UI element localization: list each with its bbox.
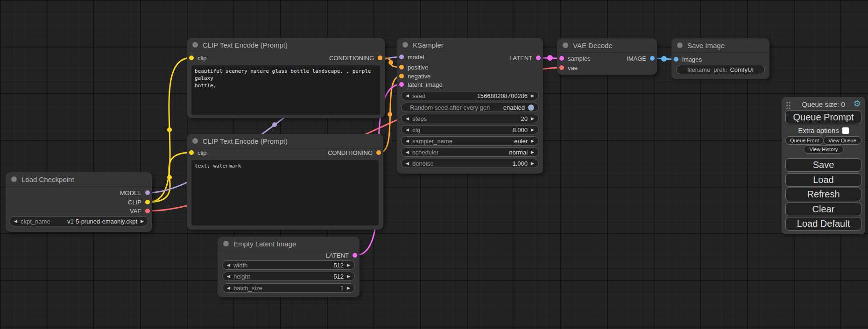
node-ksampler[interactable]: KSampler model positive negative latent_… — [397, 38, 543, 174]
seed-widget[interactable]: ◀ seed 156680208700286 ▶ — [401, 91, 539, 100]
increment-arrow-icon[interactable]: ▶ — [531, 139, 534, 143]
latent-port[interactable] — [559, 56, 564, 61]
output-latent[interactable]: LATENT — [509, 55, 541, 61]
decrement-arrow-icon[interactable]: ◀ — [406, 139, 409, 143]
collapse-dot[interactable] — [223, 241, 229, 246]
model-port[interactable] — [145, 190, 150, 195]
output-vae[interactable]: VAE — [130, 208, 150, 214]
decrement-arrow-icon[interactable]: ◀ — [14, 219, 17, 224]
input-clip[interactable]: clip — [189, 55, 207, 61]
node-title-bar[interactable]: Load Checkpoint — [6, 172, 152, 187]
height-widget[interactable]: ◀ height 512 ▶ — [222, 272, 355, 281]
increment-arrow-icon[interactable]: ▶ — [141, 219, 144, 224]
decrement-arrow-icon[interactable]: ◀ — [227, 286, 230, 290]
save-button[interactable]: Save — [785, 158, 861, 172]
node-vae-decode[interactable]: VAE Decode samples vae IMAGE — [557, 38, 657, 75]
load-button[interactable]: Load — [785, 173, 861, 187]
queue-front-button[interactable]: Queue Front — [785, 136, 824, 145]
increment-arrow-icon[interactable]: ▶ — [531, 94, 534, 98]
latent-port[interactable] — [353, 253, 357, 258]
input-positive[interactable]: positive — [399, 64, 428, 70]
collapse-dot[interactable] — [563, 42, 568, 48]
output-image[interactable]: IMAGE — [627, 55, 655, 62]
random-seed-toggle-widget[interactable]: Random seed after every gen enabled — [401, 103, 539, 112]
collapse-dot[interactable] — [192, 138, 198, 144]
node-clip-text-encode-negative[interactable]: CLIP Text Encode (Prompt) clip CONDITION… — [187, 134, 383, 230]
conditioning-port[interactable] — [399, 65, 404, 70]
clip-port[interactable] — [145, 200, 150, 204]
node-title-bar[interactable]: CLIP Text Encode (Prompt) — [187, 134, 383, 148]
decrement-arrow-icon[interactable]: ◀ — [227, 274, 230, 279]
input-model[interactable]: model — [399, 54, 424, 60]
node-save-image[interactable]: Save Image images filename_prefix ComfyU… — [671, 38, 769, 79]
extra-options-checkbox[interactable] — [842, 127, 849, 134]
conditioning-port[interactable] — [378, 56, 382, 60]
increment-arrow-icon[interactable]: ▶ — [531, 128, 534, 132]
node-title-bar[interactable]: CLIP Text Encode (Prompt) — [187, 38, 385, 52]
sampler-name-widget[interactable]: ◀ sampler_name euler ▶ — [401, 136, 539, 146]
settings-gear-icon[interactable]: ⚙ — [854, 98, 861, 109]
view-history-button[interactable]: View History — [804, 145, 844, 154]
clip-port[interactable] — [189, 150, 194, 155]
decrement-arrow-icon[interactable]: ◀ — [227, 263, 230, 267]
decrement-arrow-icon[interactable]: ◀ — [406, 150, 409, 154]
node-title-bar[interactable]: VAE Decode — [557, 38, 657, 53]
input-samples[interactable]: samples — [559, 55, 590, 62]
increment-arrow-icon[interactable]: ▶ — [347, 274, 350, 279]
increment-arrow-icon[interactable]: ▶ — [531, 150, 534, 154]
batch-size-widget[interactable]: ◀ batch_size 1 ▶ — [222, 283, 355, 293]
steps-widget[interactable]: ◀ steps 20 ▶ — [401, 114, 539, 123]
output-conditioning[interactable]: CONDITIONING — [328, 149, 381, 156]
increment-arrow-icon[interactable]: ▶ — [347, 286, 350, 290]
filename-prefix-widget[interactable]: filename_prefix ComfyUI — [676, 65, 765, 74]
input-images[interactable]: images — [674, 56, 702, 63]
vae-port[interactable] — [559, 65, 564, 70]
collapse-dot[interactable] — [677, 42, 683, 48]
scheduler-widget[interactable]: ◀ scheduler normal ▶ — [401, 147, 539, 157]
decrement-arrow-icon[interactable]: ◀ — [406, 94, 409, 98]
increment-arrow-icon[interactable]: ▶ — [531, 161, 534, 166]
node-title-bar[interactable]: Empty Latent Image — [218, 237, 360, 251]
decrement-arrow-icon[interactable]: ◀ — [406, 128, 409, 132]
output-model[interactable]: MODEL — [120, 189, 150, 196]
node-clip-text-encode-positive[interactable]: CLIP Text Encode (Prompt) clip CONDITION… — [187, 38, 385, 118]
cfg-widget[interactable]: ◀ cfg 8.000 ▶ — [401, 125, 539, 134]
latent-port[interactable] — [536, 56, 541, 60]
queue-prompt-button[interactable]: Queue Prompt — [785, 110, 861, 124]
node-title-bar[interactable]: Save Image — [671, 38, 769, 53]
conditioning-port[interactable] — [376, 150, 381, 155]
collapse-dot[interactable] — [402, 42, 408, 48]
clip-port[interactable] — [189, 56, 194, 60]
image-port[interactable] — [674, 57, 678, 62]
input-latent-image[interactable]: latent_image — [399, 81, 442, 88]
positive-prompt-textarea[interactable]: beautiful scenery nature glass bottle la… — [191, 65, 380, 115]
ckpt-name-widget[interactable]: ◀ ckpt_name v1-5-pruned-emaonly.ckpt ▶ — [9, 216, 148, 226]
decrement-arrow-icon[interactable]: ◀ — [406, 117, 409, 121]
node-load-checkpoint[interactable]: Load Checkpoint MODEL CLIP VAE ◀ ckpt_na… — [6, 172, 152, 232]
load-default-button[interactable]: Load Default — [785, 217, 861, 231]
node-title-bar[interactable]: KSampler — [397, 38, 543, 52]
vae-port[interactable] — [145, 209, 150, 213]
toggle-enabled-icon[interactable] — [528, 105, 534, 111]
node-graph-canvas[interactable]: Load Checkpoint MODEL CLIP VAE ◀ ckpt_na… — [0, 0, 868, 329]
output-conditioning[interactable]: CONDITIONING — [329, 55, 382, 61]
increment-arrow-icon[interactable]: ▶ — [347, 263, 350, 267]
input-clip[interactable]: clip — [189, 149, 207, 156]
view-queue-button[interactable]: View Queue — [823, 136, 861, 145]
model-port[interactable] — [399, 55, 404, 59]
decrement-arrow-icon[interactable]: ◀ — [406, 161, 409, 166]
clear-button[interactable]: Clear — [785, 203, 861, 216]
image-port[interactable] — [650, 56, 655, 61]
collapse-dot[interactable] — [192, 42, 198, 48]
node-empty-latent-image[interactable]: Empty Latent Image LATENT ◀ width 512 ▶ … — [218, 237, 360, 297]
latent-port[interactable] — [399, 82, 404, 87]
input-vae[interactable]: vae — [559, 64, 578, 71]
denoise-widget[interactable]: ◀ denoise 1.000 ▶ — [401, 159, 539, 168]
increment-arrow-icon[interactable]: ▶ — [531, 117, 534, 121]
collapse-dot[interactable] — [11, 176, 17, 182]
input-negative[interactable]: negative — [399, 73, 430, 79]
negative-prompt-textarea[interactable]: text, watermark — [191, 160, 379, 225]
output-latent[interactable]: LATENT — [326, 252, 357, 259]
output-clip[interactable]: CLIP — [128, 199, 150, 205]
width-widget[interactable]: ◀ width 512 ▶ — [222, 260, 355, 270]
